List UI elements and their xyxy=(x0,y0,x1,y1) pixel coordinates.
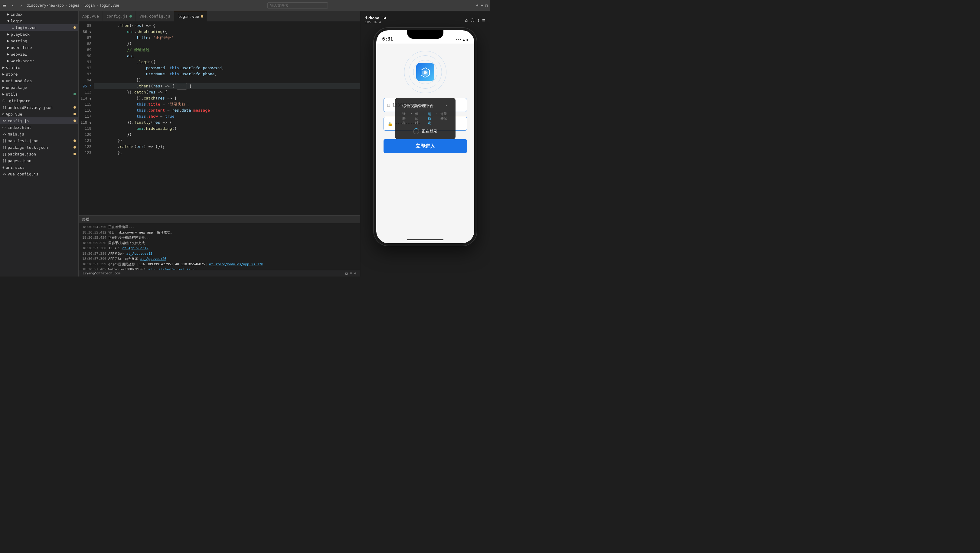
terminal-line-2: 18:30:55.412 项目 'discovery-new-app' 编译成功… xyxy=(82,230,356,235)
sidebar-item-login[interactable]: ▼ login xyxy=(0,18,78,24)
terminal-line-1: 18:30:54.750 正在差量编译... xyxy=(82,225,356,230)
line-num-122: 122 xyxy=(79,144,94,150)
phone-screen: 6:31 ··· ▲ ▮ xyxy=(376,30,474,243)
sidebar-item-index[interactable]: ▶ index xyxy=(0,11,78,18)
preview-icon[interactable]: ⊙ xyxy=(354,271,356,275)
tab-vue-config[interactable]: vue.config.js xyxy=(136,11,174,21)
battery-icon: ▮ xyxy=(466,38,468,42)
sidebar-item-utils[interactable]: ▶ utils xyxy=(0,91,78,97)
device-os: iOS 16.4 xyxy=(365,20,386,24)
tag-sep-1: · xyxy=(410,112,412,125)
sidebar-item-android-privacy[interactable]: [] androidPrivacy.json xyxy=(0,104,78,111)
terminal: 终端 18:30:54.750 正在差量编译... 18:30:55.412 项… xyxy=(79,215,360,270)
sidebar-item-index-html[interactable]: <> index.html xyxy=(0,124,78,131)
code-line-115: this.title = "登录失败"; xyxy=(94,101,360,107)
sidebar-item-unpackage[interactable]: ▶ unpackage xyxy=(0,84,78,91)
code-line-86: uni.showLoading({ xyxy=(94,29,360,35)
line-num-113: 113 xyxy=(79,89,94,95)
sidebar-item-main-js[interactable]: <> main.js xyxy=(0,131,78,137)
phone-header-icons: ⌂ ⬡ ↕ ≡ xyxy=(465,17,485,23)
login-button[interactable]: 立即进入 xyxy=(383,139,467,153)
terminal-link-1[interactable]: at_App.vue:12 xyxy=(122,246,148,250)
sidebar-item-uni-modules[interactable]: ▶ uni_modules xyxy=(0,77,78,84)
terminal-link-5[interactable]: at utils/webSocket.js:55 xyxy=(148,268,196,270)
code-line-118: }).finally(res => { xyxy=(94,120,360,126)
code-line-88: }) xyxy=(94,41,360,47)
phone-header: iPhone 14 iOS 16.4 ⌂ ⬡ ↕ ≡ xyxy=(360,16,490,28)
folder-icon: ▶ xyxy=(7,45,10,49)
tab-app-vue[interactable]: App.vue xyxy=(79,11,103,21)
js-file-icon: <> xyxy=(2,172,6,176)
modified-badge xyxy=(73,139,76,142)
nav-back-button[interactable]: ‹ xyxy=(9,2,16,9)
collapsed-indicator[interactable]: ··· xyxy=(177,83,187,89)
sidebar-item-login-vue[interactable]: ◻ login.vue xyxy=(0,24,78,31)
folder-icon: ▶ xyxy=(7,32,10,36)
layout-icon[interactable]: ≡ xyxy=(481,3,483,8)
terminal-line-3: 18:30:55.434 正在同步手机端程序文件... xyxy=(82,235,356,241)
sidebar-item-uni-scss[interactable]: ⚙ uni.scss xyxy=(0,164,78,171)
screenshot-icon[interactable]: ⬡ xyxy=(470,17,474,23)
menu-icon[interactable]: ☰ xyxy=(2,3,7,8)
terminal-line-6: 18:30:57.389 APP初始化 at_App.vue:13 xyxy=(82,252,356,257)
more-icon[interactable]: ≡ xyxy=(482,17,485,23)
vue-file-icon: ◻ xyxy=(2,112,5,116)
sidebar-item-store[interactable]: ▶ store xyxy=(0,71,78,77)
tab-config-js[interactable]: config.js xyxy=(103,11,136,21)
sidebar-item-user-tree[interactable]: ▶ user-tree xyxy=(0,44,78,51)
sidebar-item-app-vue[interactable]: ◻ App.vue xyxy=(0,111,78,117)
terminal-link-2[interactable]: at_App.vue:13 xyxy=(126,252,153,256)
code-line-85: .then((res) => { xyxy=(94,23,360,29)
line-num-93: 93 xyxy=(79,71,94,77)
sidebar-item-pages-json[interactable]: [] pages.json xyxy=(0,157,78,164)
loading-overlay: 综合视频管理平台 • 强兼容 · 低延时 · 超稳定 · 海量并发 xyxy=(395,98,455,139)
sidebar-item-package[interactable]: [] package.json xyxy=(0,151,78,157)
sidebar-item-manifest[interactable]: [] manifest.json xyxy=(0,137,78,144)
loading-spinner xyxy=(413,128,419,134)
code-line-91: .login({ xyxy=(94,59,360,65)
device-name: iPhone 14 xyxy=(365,16,386,20)
code-line-119: uni.hideLoading() xyxy=(94,126,360,132)
line-num-88: 88 xyxy=(79,41,94,47)
folder-icon: ▶ xyxy=(7,52,10,56)
tab-login-vue[interactable]: login.vue xyxy=(174,11,207,21)
nav-forward-button[interactable]: › xyxy=(18,2,25,9)
file-search-input[interactable] xyxy=(267,2,328,8)
tag-3: 超稳定 xyxy=(428,112,433,125)
home-icon[interactable]: ⌂ xyxy=(465,17,468,23)
line-num-95: 95 * xyxy=(79,83,94,89)
code-line-87: title: "正在登录" xyxy=(94,35,360,41)
tag-sep-2: · xyxy=(423,112,425,125)
search-area xyxy=(122,2,474,8)
code-editor[interactable]: 85 86▼ 87 88 89 90 91 92 93 94 95 * 113 … xyxy=(79,21,360,215)
line-num-118: 118▼ xyxy=(79,120,94,126)
terminal-link-4[interactable]: at_store/modules/app.js:120 xyxy=(209,262,263,266)
sidebar-item-work-order[interactable]: ▶ work-order xyxy=(0,57,78,64)
code-line-116: this.content = res.data.message xyxy=(94,107,360,113)
layout-toggle-icon[interactable]: ≡ xyxy=(350,271,352,275)
sidebar-item-webview[interactable]: ▶ webview xyxy=(0,51,78,57)
window-icon[interactable]: □ xyxy=(485,3,488,8)
code-line-121: }) xyxy=(94,138,360,144)
terminal-line-8: 18:30:57.399 gcjo2国测局坐标 [116.30939914279… xyxy=(82,262,356,267)
line-num-92: 92 xyxy=(79,65,94,71)
editor-tabs: App.vue config.js vue.config.js login.vu… xyxy=(79,11,360,21)
modified-badge xyxy=(73,153,76,155)
sidebar-item-gitignore[interactable]: ⬡ .gitignore xyxy=(0,97,78,104)
terminal-title: 终端 xyxy=(82,217,89,222)
json-file-icon: [] xyxy=(2,139,6,143)
code-line-90: api xyxy=(94,53,360,59)
line-num-117: 117 xyxy=(79,113,94,120)
sidebar-item-vue-config[interactable]: <> vue.config.js xyxy=(0,171,78,177)
rotate-icon[interactable]: ↕ xyxy=(477,17,480,23)
sidebar-item-config-js[interactable]: <> config.js xyxy=(0,117,78,124)
sidebar-item-package-lock[interactable]: [] package-lock.json xyxy=(0,144,78,151)
sidebar-item-setting[interactable]: ▶ setting xyxy=(0,38,78,44)
terminal-link-3[interactable]: at_App.vue:26 xyxy=(140,257,166,261)
split-view-icon[interactable]: □ xyxy=(345,271,348,275)
sidebar-item-playback[interactable]: ▶ playback xyxy=(0,31,78,38)
bottom-bar-right: □ ≡ ⊙ xyxy=(345,271,356,275)
line-num-86: 86▼ xyxy=(79,29,94,35)
split-icon[interactable]: ⊕ xyxy=(476,3,478,8)
sidebar-item-static[interactable]: ▶ static xyxy=(0,64,78,71)
